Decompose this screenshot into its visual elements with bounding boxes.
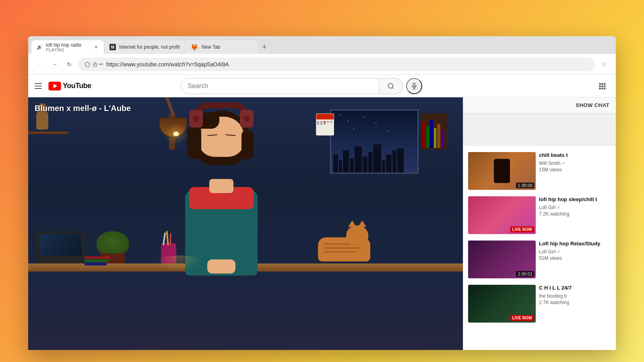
channel-name-2: Lofi Girl xyxy=(539,205,555,210)
hand xyxy=(207,259,235,274)
laptop-screen xyxy=(39,234,81,256)
video-meta-3: 51M views xyxy=(539,255,611,261)
headphone-cup-left xyxy=(189,110,203,128)
building xyxy=(333,154,338,173)
related-video-item[interactable]: LIVE NOW lofi hip hop sleep/chill t Lofi… xyxy=(463,193,616,237)
url-text[interactable]: https://www.youtube.com/watch?v=5qap5aO4… xyxy=(106,61,588,68)
refresh-button[interactable]: ↻ xyxy=(64,59,75,70)
hamburger-line-3 xyxy=(35,88,42,89)
building xyxy=(397,148,404,173)
hamburger-line-2 xyxy=(35,86,42,86)
youtube-logo-text: YouTube xyxy=(63,82,91,90)
calendar-cell xyxy=(320,121,322,123)
related-video-item[interactable]: LIVE NOW C H I L L 24/7 the bootleg b 2.… xyxy=(463,282,616,326)
svg-rect-9 xyxy=(601,83,603,84)
book xyxy=(437,124,440,148)
hamburger-menu-button[interactable] xyxy=(35,83,42,89)
back-button[interactable]: ← xyxy=(35,59,46,70)
tab-sound-icon: 🔊 xyxy=(36,44,43,50)
video-frame: Blumen x mell-ø - L'Aube xyxy=(28,97,463,350)
verified-icon-1: ✓ xyxy=(562,161,565,165)
window xyxy=(330,109,419,174)
building xyxy=(373,144,381,173)
header-right xyxy=(595,79,609,93)
url-bar[interactable]: ⚯ https://www.youtube.com/watch?v=5qap5a… xyxy=(78,58,595,71)
video-meta-2: 7.2K watching xyxy=(539,211,611,217)
video-title-1: chill beats t xyxy=(539,152,611,159)
laptop-body xyxy=(36,231,85,263)
plant-leaves xyxy=(97,231,129,253)
channel-name-1: Will Smith xyxy=(539,160,560,166)
youtube-play-icon xyxy=(48,82,61,90)
video-info-1: chill beats t Will Smith ✓ 15M views xyxy=(539,152,611,190)
youtube-logo[interactable]: YouTube xyxy=(48,82,91,90)
live-badge-1: LIVE NOW xyxy=(510,226,534,232)
hamburger-line-1 xyxy=(35,83,42,84)
security-icons: ⚯ xyxy=(85,62,103,67)
mic-button[interactable] xyxy=(406,78,422,94)
city-light xyxy=(339,115,340,115)
video-thumbnail-3: 2:00:01 xyxy=(468,241,536,278)
hair-side-left xyxy=(187,127,201,159)
tab-close-lofi[interactable]: ✕ xyxy=(93,44,99,50)
forward-button[interactable]: → xyxy=(49,59,60,70)
building xyxy=(382,160,385,173)
cup-detail xyxy=(193,115,199,122)
book xyxy=(430,120,433,148)
calendar-grid xyxy=(316,120,334,125)
bookmark-button[interactable]: ☆ xyxy=(598,59,609,70)
svg-rect-12 xyxy=(601,85,603,87)
video-info-4: C H I L L 24/7 the bootleg b 2.7K watchi… xyxy=(539,285,611,323)
calendar-cell xyxy=(324,121,326,123)
video-channel-2: Lofi Girl ✓ xyxy=(539,205,611,210)
video-channel-1: Will Smith ✓ xyxy=(539,160,611,166)
cat xyxy=(318,237,370,261)
svg-rect-10 xyxy=(604,83,605,84)
cat-ear-right xyxy=(358,220,366,227)
svg-line-4 xyxy=(392,87,394,88)
calendar-cell xyxy=(317,121,319,123)
cat-ear-left xyxy=(348,220,356,227)
video-thumbnail-2: LIVE NOW xyxy=(468,196,536,234)
eye-left xyxy=(207,134,217,136)
calendar-cell xyxy=(327,121,329,123)
video-player-area[interactable]: Blumen x mell-ø - L'Aube xyxy=(28,97,463,350)
neck xyxy=(209,179,233,193)
bookshelf xyxy=(421,113,447,150)
video-channel-3: Lofi Girl ✓ xyxy=(539,249,611,255)
video-meta-1: 15M views xyxy=(539,167,611,173)
tab-title-group: lofi hip hop radio PLAYING xyxy=(46,42,89,52)
book-layer xyxy=(85,259,109,262)
related-video-item[interactable]: 2:00:01 Lofi hip hop Relax/Study Lofi Gi… xyxy=(463,237,616,282)
search-bar xyxy=(181,78,422,94)
building xyxy=(386,154,392,173)
related-videos-list: 1:30:00 chill beats t Will Smith ✓ 15M v… xyxy=(463,146,616,350)
tab-newtab[interactable]: 🦊 New Tab xyxy=(186,40,258,54)
search-input[interactable] xyxy=(181,78,379,94)
tab-bar: 🔊 lofi hip hop radio PLAYING ✕ M Interne… xyxy=(28,36,616,54)
building xyxy=(363,156,367,173)
show-chat-button[interactable]: SHOW CHAT xyxy=(463,97,616,113)
city-light xyxy=(388,131,388,132)
search-button[interactable] xyxy=(379,78,403,94)
svg-rect-13 xyxy=(604,85,605,87)
thumb-figure xyxy=(494,159,510,183)
building xyxy=(343,150,349,173)
tab-mozilla[interactable]: M Internet for people, not profit xyxy=(105,40,185,54)
verified-icon-2: ✓ xyxy=(557,205,560,210)
laptop xyxy=(36,231,85,263)
related-video-item[interactable]: 1:30:00 chill beats t Will Smith ✓ 15M v… xyxy=(463,149,616,193)
new-tab-button[interactable]: + xyxy=(259,41,270,53)
address-bar: ← → ↻ ⚯ https://www.youtube.com/watch?v=… xyxy=(28,54,616,75)
browser-window: 🔊 lofi hip hop radio PLAYING ✕ M Interne… xyxy=(28,36,616,350)
cat-head xyxy=(346,225,368,245)
mic-icon xyxy=(411,82,418,90)
tab-lofi[interactable]: 🔊 lofi hip hop radio PLAYING ✕ xyxy=(31,40,104,54)
youtube-header: YouTube xyxy=(28,75,616,97)
calendar-cell xyxy=(320,123,322,125)
video-title-2: lofi hip hop sleep/chill t xyxy=(539,196,611,203)
lamp-bulb xyxy=(173,132,179,136)
apps-grid-button[interactable] xyxy=(595,79,609,93)
svg-point-3 xyxy=(388,83,393,88)
grid-icon xyxy=(598,82,606,90)
